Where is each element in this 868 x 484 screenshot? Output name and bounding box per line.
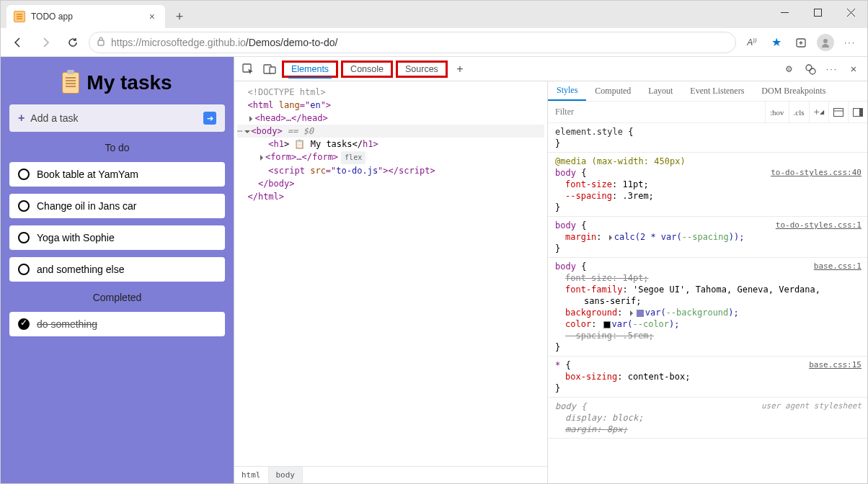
collections-button[interactable] [789, 31, 812, 54]
new-tab-button[interactable]: + [168, 5, 191, 28]
customize-button[interactable]: ··· [823, 60, 841, 79]
checkbox-empty-icon[interactable] [18, 264, 30, 275]
cls-button[interactable]: .cls [789, 102, 809, 122]
close-icon [847, 9, 855, 17]
close-icon: × [851, 63, 857, 75]
css-rule[interactable]: * {base.css:15 box-sizing: content-box; … [548, 357, 867, 398]
app-title: My tasks [9, 71, 225, 94]
settings-button[interactable]: ⚙ [779, 60, 798, 79]
task-item[interactable]: and something else [9, 257, 225, 282]
styles-filter-input[interactable] [548, 107, 765, 117]
tab-console[interactable]: Console [347, 61, 386, 77]
collections-icon [795, 37, 807, 48]
gear-icon: ⚙ [785, 64, 793, 74]
source-link[interactable]: to-do-styles.css:1 [776, 220, 862, 231]
feedback-icon [805, 63, 816, 75]
more-tabs-button[interactable]: + [451, 60, 469, 79]
sidebar-icon [853, 108, 863, 117]
close-devtools-button[interactable]: × [844, 60, 863, 79]
dom-tree[interactable]: <!DOCTYPE html> <html lang="en"> <head>…… [234, 81, 547, 466]
tab-styles[interactable]: Styles [548, 81, 586, 101]
back-button[interactable] [6, 31, 30, 54]
crumb-body[interactable]: body [269, 467, 304, 483]
arrow-right-icon [40, 37, 51, 48]
svg-rect-17 [859, 109, 862, 116]
css-rule[interactable]: element.style { } [548, 123, 867, 153]
checkbox-empty-icon[interactable] [18, 169, 30, 180]
minimize-icon [781, 9, 789, 17]
task-item[interactable]: Yoga with Sophie [9, 225, 225, 250]
inspect-icon [242, 63, 254, 75]
tab-elements[interactable]: Elements [288, 61, 332, 79]
plus-icon: + [814, 106, 820, 118]
browser-toolbar: https://microsoftedge.github.io/Demos/de… [1, 28, 867, 57]
browser-tab[interactable]: TODO app × [6, 5, 165, 28]
lock-icon [97, 36, 105, 48]
favorite-button[interactable]: ★ [765, 31, 788, 54]
tab-title: TODO app [31, 12, 141, 22]
svg-point-13 [810, 68, 815, 74]
read-aloud-button[interactable]: A)) [740, 31, 763, 54]
add-task-input[interactable]: + Add a task ➔ [9, 104, 225, 132]
task-label: Book table at YamYam [37, 169, 138, 180]
svg-rect-11 [270, 67, 275, 73]
source-link: user agent stylesheet [761, 400, 862, 412]
checkbox-checked-icon[interactable] [18, 318, 30, 330]
styles-tabs: Styles Computed Layout Event Listeners D… [548, 81, 867, 102]
task-item[interactable]: Book table at YamYam [9, 162, 225, 187]
app-title-text: My tasks [87, 71, 172, 94]
inspect-element-button[interactable] [239, 60, 257, 79]
task-label: Yoga with Sophie [37, 232, 115, 243]
crumb-html[interactable]: html [234, 467, 269, 483]
tab-computed[interactable]: Computed [586, 81, 639, 101]
styles-filter-bar: :hov .cls +◢ [548, 102, 867, 123]
tab-dom-breakpoints[interactable]: DOM Breakpoints [753, 81, 834, 101]
css-rules-list[interactable]: element.style { } @media (max-width: 450… [548, 123, 867, 483]
maximize-button[interactable] [801, 1, 834, 24]
color-swatch-icon[interactable] [603, 321, 611, 328]
address-bar[interactable]: https://microsoftedge.github.io/Demos/de… [89, 32, 736, 53]
close-window-button[interactable] [834, 1, 867, 24]
tab-event-listeners[interactable]: Event Listeners [681, 81, 753, 101]
css-rule[interactable]: body {user agent stylesheet display: blo… [548, 398, 867, 439]
ellipsis-icon: ··· [826, 64, 838, 74]
content-area: My tasks + Add a task ➔ To do Book table… [1, 57, 867, 483]
color-swatch-icon[interactable] [637, 310, 644, 317]
task-item[interactable]: Change oil in Jans car [9, 194, 225, 218]
devtools-panel: Elements Console Sources + ⚙ ··· × <!DOC… [234, 57, 867, 483]
tab-sources[interactable]: Sources [402, 61, 441, 77]
tab-layout[interactable]: Layout [639, 81, 681, 101]
computed-toggle-button[interactable] [828, 102, 848, 122]
more-button[interactable]: ··· [838, 31, 862, 54]
device-icon [263, 64, 276, 74]
arrow-left-icon [12, 37, 24, 48]
task-item-done[interactable]: do something [9, 312, 225, 336]
svg-point-12 [806, 65, 812, 71]
completed-heading: Completed [9, 292, 225, 303]
css-rule[interactable]: body {to-do-styles.css:1 margin: calc(2 … [548, 217, 867, 258]
checkbox-empty-icon[interactable] [18, 232, 30, 243]
source-link[interactable]: to-do-styles.css:40 [771, 167, 862, 179]
device-toggle-button[interactable] [260, 60, 279, 79]
source-link[interactable]: base.css:15 [809, 359, 862, 371]
hov-button[interactable]: :hov [765, 102, 789, 122]
close-tab-icon[interactable]: × [146, 11, 158, 22]
source-link[interactable]: base.css:1 [814, 261, 862, 272]
css-rule[interactable]: body {base.css:1 font-size: 14pt; font-f… [548, 258, 867, 357]
avatar-icon [817, 34, 834, 51]
checkbox-empty-icon[interactable] [18, 200, 30, 212]
submit-arrow-icon[interactable]: ➔ [203, 112, 216, 125]
toggle-sidebar-button[interactable] [848, 102, 867, 122]
star-filled-icon: ★ [771, 35, 781, 49]
ellipsis-icon: ··· [844, 37, 856, 48]
minimize-button[interactable] [768, 1, 801, 24]
new-rule-button[interactable]: +◢ [809, 102, 828, 122]
panel-icon [833, 108, 843, 117]
task-label: Change oil in Jans car [37, 200, 137, 212]
text-icon: A)) [747, 37, 756, 48]
forward-button[interactable] [34, 31, 57, 54]
profile-button[interactable] [814, 31, 837, 54]
feedback-button[interactable] [801, 60, 820, 79]
css-rule[interactable]: @media (max-width: 450px) body {to-do-st… [548, 153, 867, 217]
refresh-button[interactable] [61, 31, 84, 54]
